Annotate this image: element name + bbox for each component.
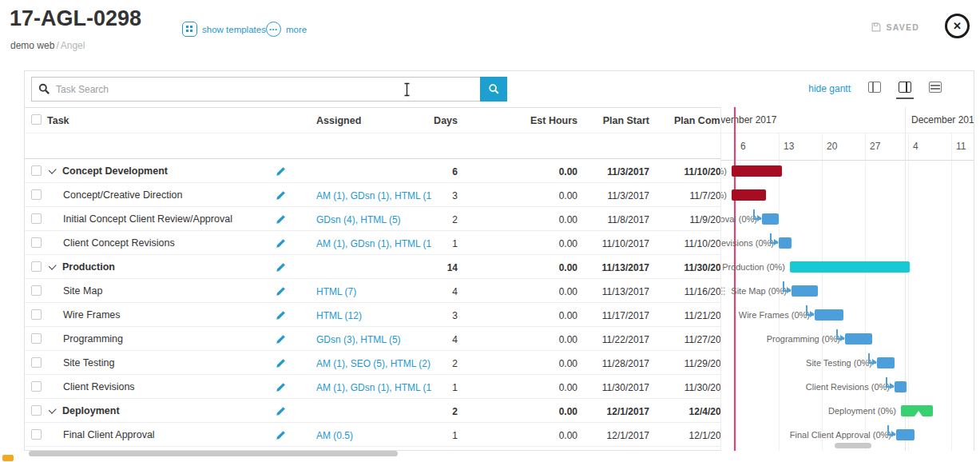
gantt-bar-label: Production (0%) bbox=[722, 262, 785, 272]
search-input[interactable] bbox=[31, 77, 480, 102]
search-button[interactable] bbox=[480, 77, 507, 102]
dependency-arrow-icon bbox=[810, 311, 818, 317]
gantt-bar[interactable] bbox=[790, 261, 910, 273]
week-start-label: 13 bbox=[784, 141, 794, 152]
days-cell: 2 bbox=[392, 214, 458, 225]
gantt-bar-label: Concept/Creative Direction (0%) bbox=[720, 190, 727, 200]
collapse-chevron-icon[interactable] bbox=[49, 261, 57, 270]
today-marker-line bbox=[734, 107, 736, 451]
breadcrumb-project[interactable]: demo web bbox=[10, 40, 54, 51]
plan-complete-cell: 11/27/2017 bbox=[632, 334, 732, 345]
task-cell: Client Concept Revisions bbox=[49, 237, 285, 249]
view-rows-icon[interactable] bbox=[929, 82, 942, 93]
close-button[interactable]: ✕ bbox=[945, 14, 970, 38]
row-checkbox[interactable] bbox=[31, 405, 42, 416]
task-cell: Programming bbox=[49, 333, 285, 345]
task-name: Programming bbox=[63, 333, 123, 345]
week-start-label: 11 bbox=[956, 141, 966, 152]
days-cell: 3 bbox=[392, 190, 458, 201]
gantt-bar[interactable] bbox=[732, 165, 782, 177]
more-label: more bbox=[286, 25, 307, 34]
row-checkbox[interactable] bbox=[31, 213, 42, 224]
row-checkbox[interactable] bbox=[31, 333, 42, 344]
column-assigned[interactable]: Assigned bbox=[316, 115, 361, 126]
plan-complete-cell: 11/29/2017 bbox=[632, 358, 732, 369]
task-name: Deployment bbox=[62, 405, 120, 416]
row-checkbox[interactable] bbox=[31, 237, 42, 248]
view-split-icon[interactable] bbox=[899, 82, 911, 93]
week-gridline bbox=[865, 133, 866, 451]
plan-complete-cell: 12/4/2017 bbox=[632, 406, 732, 417]
gantt-scrollbar[interactable] bbox=[835, 443, 871, 448]
edit-pencil-icon[interactable] bbox=[276, 333, 287, 345]
edit-pencil-icon[interactable] bbox=[276, 165, 287, 177]
row-checkbox[interactable] bbox=[31, 285, 42, 296]
gantt-bar[interactable] bbox=[732, 189, 766, 201]
edit-pencil-icon[interactable] bbox=[276, 429, 287, 440]
gantt-bar-label: Final Client Approval (0%) bbox=[790, 430, 891, 440]
save-floppy-icon bbox=[871, 22, 882, 33]
saved-indicator: SAVED bbox=[871, 22, 919, 33]
view-columns-icon[interactable] bbox=[868, 82, 881, 93]
month-november-label: November 2017 bbox=[720, 114, 776, 125]
task-name: Site Map bbox=[63, 285, 102, 297]
edit-pencil-icon[interactable] bbox=[276, 261, 287, 273]
collapse-chevron-icon[interactable] bbox=[49, 405, 57, 414]
column-task[interactable]: Task bbox=[47, 115, 69, 126]
table-scrollbar[interactable] bbox=[29, 451, 398, 456]
gantt-bar[interactable] bbox=[792, 285, 818, 297]
task-name: Initial Concept Client Review/Approval bbox=[63, 213, 232, 225]
page-title: 17-AGL-0298 bbox=[10, 6, 141, 31]
task-cell: Concept Development bbox=[49, 165, 271, 177]
edit-pencil-icon[interactable] bbox=[276, 405, 287, 416]
row-checkbox[interactable] bbox=[31, 357, 42, 368]
task-cell: Client Revisions bbox=[49, 381, 285, 392]
more-button[interactable]: ••• more bbox=[266, 22, 307, 37]
task-cell: Final Client Approval bbox=[49, 429, 285, 440]
edit-pencil-icon[interactable] bbox=[276, 357, 287, 368]
column-plan-start[interactable]: Plan Start bbox=[560, 115, 649, 126]
dependency-arrow-icon bbox=[757, 215, 765, 221]
dependency-arrow-icon bbox=[890, 383, 898, 389]
edit-pencil-icon[interactable] bbox=[276, 285, 287, 297]
gantt-panel: November 2017 December 2017 6132027411 C… bbox=[720, 107, 974, 451]
row-checkbox[interactable] bbox=[31, 189, 42, 200]
edit-pencil-icon[interactable] bbox=[276, 309, 287, 321]
week-start-label: 27 bbox=[870, 141, 880, 152]
mouse-text-cursor bbox=[402, 82, 412, 97]
task-cell: Production bbox=[49, 261, 271, 273]
select-all-checkbox[interactable] bbox=[31, 114, 42, 125]
row-checkbox[interactable] bbox=[31, 165, 42, 176]
days-cell: 2 bbox=[392, 406, 458, 417]
edit-pencil-icon[interactable] bbox=[276, 381, 287, 392]
row-checkbox[interactable] bbox=[31, 309, 42, 320]
corner-logo-fragment bbox=[2, 455, 14, 461]
row-checkbox[interactable] bbox=[31, 381, 42, 392]
gantt-bar[interactable] bbox=[845, 333, 872, 345]
edit-pencil-icon[interactable] bbox=[276, 237, 287, 249]
task-name: Final Client Approval bbox=[63, 429, 155, 440]
dependency-arrow-icon bbox=[872, 359, 880, 365]
days-cell: 2 bbox=[392, 358, 458, 369]
row-checkbox[interactable] bbox=[31, 429, 42, 440]
collapse-chevron-icon[interactable] bbox=[49, 165, 57, 174]
days-cell: 1 bbox=[392, 382, 458, 393]
show-templates-button[interactable]: show templates bbox=[182, 22, 266, 37]
days-cell: 4 bbox=[392, 334, 458, 345]
edit-pencil-icon[interactable] bbox=[276, 189, 287, 201]
days-cell: 3 bbox=[392, 310, 458, 321]
task-name: Production bbox=[62, 261, 115, 273]
gantt-bar-label: Client Revisions (0%) bbox=[806, 382, 890, 392]
hide-gantt-link[interactable]: hide gantt bbox=[808, 83, 851, 94]
gantt-resize-handle[interactable]: ⋮ bbox=[717, 289, 727, 293]
task-name: Concept Development bbox=[62, 165, 168, 177]
task-name: Site Testing bbox=[63, 357, 114, 368]
toolbar: hide gantt bbox=[25, 71, 974, 108]
more-dots-icon: ••• bbox=[266, 22, 281, 37]
gantt-bar[interactable] bbox=[815, 309, 843, 321]
edit-pencil-icon[interactable] bbox=[276, 213, 287, 225]
gantt-bar[interactable] bbox=[901, 405, 933, 416]
column-days[interactable]: Days bbox=[392, 115, 458, 126]
task-cell: Site Map bbox=[49, 285, 285, 297]
row-checkbox[interactable] bbox=[31, 261, 42, 272]
